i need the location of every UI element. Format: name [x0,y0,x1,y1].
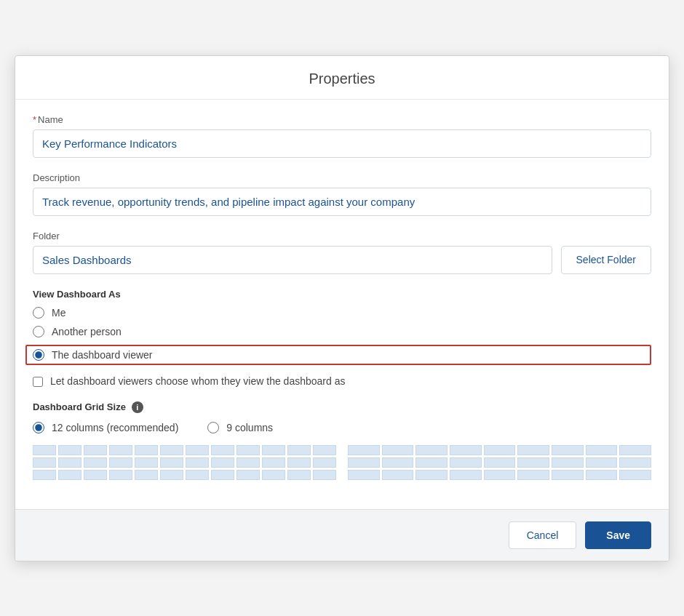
dialog-body: *Name Description Folder Select Folder V… [15,100,669,509]
grid-12-cell [58,445,81,455]
folder-label: Folder [33,231,651,241]
grid-9-cell [382,445,414,455]
radio-9-columns-label: 9 columns [226,422,273,433]
grid-visual-row [33,445,651,480]
grid-size-label: Dashboard Grid Size [33,401,126,412]
dialog-footer: Cancel Save [15,509,669,561]
grid-size-group: Dashboard Grid Size i 12 columns (recomm… [33,401,651,480]
dialog-overlay: Properties *Name Description Folder [0,0,684,616]
grid-options: 12 columns (recommended) 9 columns [33,422,651,433]
grid-12-cell [262,470,285,480]
description-field-group: Description [33,172,651,216]
grid-9-cell [415,470,448,480]
grid-9-cell [382,470,414,480]
grid-9-cell [517,445,549,455]
grid-9-cell [586,470,618,480]
folder-input[interactable] [33,246,552,274]
description-input[interactable] [33,188,651,216]
radio-12-columns[interactable] [33,422,44,433]
viewers-choose-label: Let dashboard viewers choose whom they v… [50,375,345,387]
grid-9-cell [450,445,482,455]
select-folder-button[interactable]: Select Folder [561,246,651,274]
dialog-title: Properties [33,71,651,87]
grid-9-cell [348,470,380,480]
required-indicator: * [33,114,36,125]
grid-12-cell [287,457,311,468]
grid-12-visual [33,445,336,480]
properties-dialog: Properties *Name Description Folder [15,55,669,561]
grid-12-cell [135,445,158,455]
grid-9-cell [517,457,549,468]
grid-9-cell [484,457,516,468]
radio-12-columns-label: 12 columns (recommended) [52,422,178,433]
cancel-button[interactable]: Cancel [509,521,577,549]
radio-option-me[interactable]: Me [33,307,651,319]
grid-12-cell [84,457,107,468]
grid-12-cell [287,445,311,455]
description-label: Description [33,172,651,183]
grid-12-cell [186,457,209,468]
grid-12-cell [211,470,234,480]
grid-9-cell [619,457,651,468]
folder-row: Select Folder [33,246,651,274]
grid-12-cell [135,470,158,480]
radio-another-person-label: Another person [52,326,122,337]
grid-12-cell [236,457,260,468]
radio-group: Me Another person The dashboard viewer [33,307,651,365]
grid-12-cell [287,470,311,480]
radio-dashboard-viewer-label: The dashboard viewer [52,349,153,361]
grid-12-cell [313,457,336,468]
grid-9-cell [382,457,414,468]
grid-12-cell [211,445,234,455]
grid-12-cell [109,445,132,455]
grid-12-cell [33,470,56,480]
grid-12-cell [33,445,56,455]
radio-me[interactable] [33,307,44,319]
grid-12-cell [236,470,260,480]
grid-12-cell [33,457,56,468]
grid-12-cell [160,457,183,468]
grid-9-cell [586,445,618,455]
grid-9-cell [552,445,584,455]
radio-9-columns[interactable] [207,422,219,433]
radio-another-person[interactable] [33,326,44,337]
radio-dashboard-viewer[interactable] [33,349,44,361]
radio-option-dashboard-viewer[interactable]: The dashboard viewer [25,345,651,365]
grid-12-cell [186,445,209,455]
grid-12-cell [135,457,158,468]
grid-12-cell [58,457,81,468]
grid-9-cell [348,457,380,468]
dialog-header: Properties [15,56,669,100]
grid-12-cell [84,445,107,455]
grid-size-label-row: Dashboard Grid Size i [33,401,651,413]
grid-9-cell [484,445,516,455]
save-button[interactable]: Save [585,521,651,549]
grid-12-cell [262,445,285,455]
grid-info-icon[interactable]: i [132,401,143,413]
name-input[interactable] [33,129,651,158]
grid-12-cell [160,470,183,480]
grid-9-cell [619,445,651,455]
grid-9-cell [348,445,380,455]
name-label: *Name [33,114,651,125]
radio-me-label: Me [52,307,65,319]
grid-12-cell [186,470,209,480]
grid-9-cell [450,470,482,480]
view-dashboard-as-label: View Dashboard As [33,289,651,300]
grid-12-cell [58,470,81,480]
radio-option-another-person[interactable]: Another person [33,326,651,337]
radio-option-9-columns[interactable]: 9 columns [207,422,273,433]
grid-9-visual [348,445,651,480]
grid-12-cell [109,470,132,480]
viewers-choose-checkbox[interactable] [33,377,43,387]
grid-12-cell [313,470,336,480]
grid-9-cell [415,457,448,468]
grid-12-cell [313,445,336,455]
grid-9-cell [586,457,618,468]
grid-9-cell [552,457,584,468]
name-field-group: *Name [33,114,651,158]
grid-9-cell [450,457,482,468]
grid-9-cell [619,470,651,480]
radio-option-12-columns[interactable]: 12 columns (recommended) [33,422,178,433]
checkbox-row: Let dashboard viewers choose whom they v… [33,375,651,387]
